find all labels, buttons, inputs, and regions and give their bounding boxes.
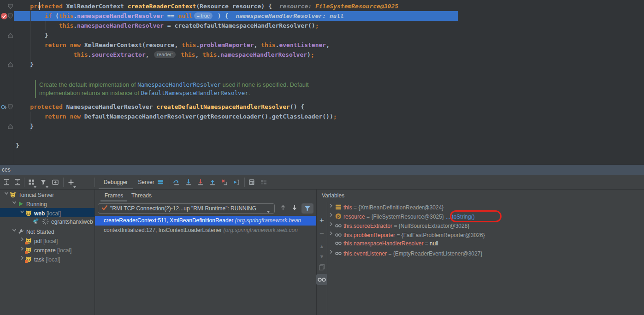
rendered-doc-comment: Create the default implementation of Nam… xyxy=(35,80,309,98)
inlay-hint-chip[interactable]: = true xyxy=(194,12,213,19)
service-item-not-started[interactable]: Not Started xyxy=(0,226,95,236)
evaluate-expression-icon[interactable] xyxy=(248,178,256,187)
service-item-pdf[interactable]: pdf [local] xyxy=(0,236,95,245)
step-into-icon[interactable] xyxy=(185,178,193,187)
variable-row-this-sourceextractor[interactable]: this.sourceExtractor = {NullSourceExtrac… xyxy=(327,220,644,230)
variable-row-this-problemreporter[interactable]: this.problemReporter = {FailFastProblemR… xyxy=(327,230,644,239)
expand-all-icon[interactable] xyxy=(3,178,11,187)
code-token: , xyxy=(326,42,330,48)
frame-down-icon[interactable] xyxy=(291,204,300,213)
add-frame-icon[interactable] xyxy=(52,178,60,187)
code-line[interactable]: this.sourceExtractor, reader: this, this… xyxy=(16,50,314,59)
chevron-right-icon[interactable] xyxy=(327,248,335,258)
fold-end-marker[interactable] xyxy=(8,124,13,129)
equals-sign: = xyxy=(365,214,372,220)
watch-icon xyxy=(335,250,342,257)
tab-debugger[interactable]: Debugger xyxy=(99,175,133,189)
tab-label: Server xyxy=(138,179,154,185)
code-token: DefaultNamespaceHandlerResolver(getResou… xyxy=(81,113,333,120)
service-item-compare[interactable]: compare [local] xyxy=(0,245,95,254)
chevron-right-icon[interactable] xyxy=(18,245,25,255)
chevron-down-icon[interactable] xyxy=(11,199,17,209)
chevron-right-icon[interactable] xyxy=(327,230,335,240)
run-to-cursor-icon[interactable] xyxy=(233,178,241,187)
chevron-down-icon[interactable] xyxy=(18,208,25,218)
tab-frames[interactable]: Frames xyxy=(100,190,127,202)
variable-name: resource xyxy=(343,214,365,220)
code-line[interactable]: } xyxy=(16,30,48,40)
service-item-web[interactable]: web [local] xyxy=(0,208,95,217)
fold-start-marker[interactable] xyxy=(8,4,13,9)
frame-up-icon[interactable] xyxy=(279,204,289,213)
service-item-running[interactable]: Running xyxy=(0,199,95,208)
drop-frame-icon[interactable] xyxy=(221,178,229,187)
variable-name: this.sourceExtractor xyxy=(343,223,392,229)
code-line[interactable]: } xyxy=(16,59,34,69)
chevron-right-icon[interactable] xyxy=(327,202,335,212)
code-line[interactable]: return new DefaultNamespaceHandlerResolv… xyxy=(16,112,337,121)
tostring-link[interactable]: ... toString() xyxy=(446,214,475,220)
stack-frame-row[interactable]: createReaderContext:511, XmlBeanDefiniti… xyxy=(95,216,316,226)
force-step-into-icon[interactable] xyxy=(197,178,205,187)
stack-frame-row[interactable]: contextInitialized:127, IrisContextLoade… xyxy=(95,226,316,235)
thread-selector-dropdown[interactable]: "RMI TCP Connection(2)-12...up "RMI Runt… xyxy=(98,203,275,214)
tab-threads[interactable]: Threads xyxy=(127,190,156,202)
code-line[interactable]: protected NamespaceHandlerResolver creat… xyxy=(16,102,304,112)
chevron-down-icon[interactable] xyxy=(3,190,9,200)
chevron-down-icon[interactable] xyxy=(11,226,17,237)
tomcat-icon xyxy=(9,191,17,198)
code-token: XmlReaderContext xyxy=(66,3,128,10)
overridden-method-icon[interactable] xyxy=(0,104,7,110)
code-line[interactable]: protected XmlReaderContext createReaderC… xyxy=(16,1,398,11)
gutter-separator xyxy=(14,0,14,164)
fold-end-marker[interactable] xyxy=(8,62,13,67)
collapse-all-icon[interactable] xyxy=(14,178,22,187)
breakpoint-icon[interactable] xyxy=(1,13,7,19)
variable-row-this[interactable]: this = {XmlBeanDefinitionReader@3024} xyxy=(327,202,644,211)
frame-package: (org.springframework.web.con xyxy=(223,227,297,233)
variable-value: {EmptyReaderEventListener@3027} xyxy=(393,250,483,257)
toolbar-separator xyxy=(24,178,24,187)
code-token: , xyxy=(195,51,202,58)
indentation xyxy=(16,51,73,58)
variable-row-this-namespacehandlerresolver[interactable]: this.namespaceHandlerResolver = null xyxy=(327,239,644,248)
code-line[interactable]: if (this.namespaceHandlerResolver == nul… xyxy=(16,11,344,21)
service-item-tomcat-server[interactable]: Tomcat Server xyxy=(0,190,95,199)
variables-panel: Variables this = {XmlBeanDefinitionReade… xyxy=(316,190,644,315)
service-item-label: task xyxy=(34,256,44,263)
chevron-right-icon[interactable] xyxy=(327,220,335,231)
selected-tab-underline xyxy=(99,188,133,189)
code-token: this xyxy=(181,51,195,58)
service-item-egrantshanxiweb[interactable]: egrantshanxiweb xyxy=(0,217,95,226)
step-out-icon[interactable] xyxy=(209,178,217,187)
code-token: createReaderContext xyxy=(128,3,196,10)
chevron-right-icon[interactable] xyxy=(18,254,25,264)
code-line[interactable]: return new XmlReaderContext(resource, th… xyxy=(16,40,330,50)
chevron-right-icon[interactable] xyxy=(18,236,25,246)
step-over-icon[interactable] xyxy=(173,178,181,187)
code-line[interactable]: } xyxy=(16,141,19,150)
hide-frames-filter-button[interactable] xyxy=(301,203,313,214)
tab-server[interactable]: Server xyxy=(133,175,160,189)
code-token: = createDefaultNamespaceHandlerResolver(… xyxy=(164,22,315,29)
run-icon xyxy=(17,200,24,208)
services-tree[interactable]: Tomcat ServerRunningweb [local]egrantsha… xyxy=(0,190,95,315)
code-line[interactable]: } xyxy=(16,121,34,131)
fold-start-marker[interactable] xyxy=(8,104,13,110)
tomcat-icon xyxy=(25,209,32,217)
code-line[interactable]: this.namespaceHandlerResolver = createDe… xyxy=(16,21,319,30)
value-icon xyxy=(335,203,342,211)
inlay-hint-chip[interactable]: reader: xyxy=(154,51,176,58)
fold-start-marker[interactable] xyxy=(8,13,13,19)
tool-window-title-bar: ces xyxy=(0,164,644,175)
variable-row-resource[interactable]: presource = {FileSystemResource@3025}...… xyxy=(327,211,644,220)
variable-row-this-eventlistener[interactable]: this.eventListener = {EmptyReaderEventLi… xyxy=(327,248,644,257)
service-item-task[interactable]: task [local] xyxy=(0,254,95,263)
chevron-right-icon[interactable] xyxy=(327,211,335,221)
restore-layout-icon[interactable] xyxy=(260,178,268,187)
tool-window-title: ces xyxy=(2,166,11,173)
code-token: . xyxy=(73,22,77,29)
service-item-label: Not Started xyxy=(26,229,54,235)
fold-end-marker[interactable] xyxy=(8,33,13,38)
code-editor[interactable]: protected XmlReaderContext createReaderC… xyxy=(0,0,644,164)
